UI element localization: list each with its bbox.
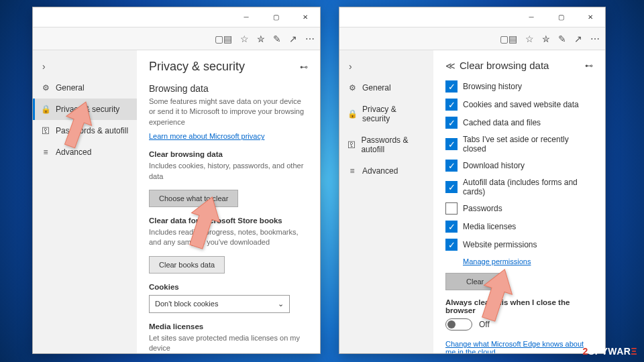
share-icon[interactable]: ↗ xyxy=(289,34,297,44)
checkbox[interactable]: ✓ xyxy=(445,99,458,111)
sidebar-item-advanced[interactable]: ≡Advanced xyxy=(339,160,433,182)
check-label: Media licenses xyxy=(463,222,516,231)
favorite-icon[interactable]: ☆ xyxy=(240,34,249,44)
check-row[interactable]: Passwords xyxy=(445,202,593,215)
reading-view-icon[interactable]: ▢▤ xyxy=(500,34,517,44)
checkbox[interactable]: ✓ xyxy=(445,80,458,93)
gear-icon: ⚙ xyxy=(347,83,357,93)
clear-button[interactable]: Clear xyxy=(445,273,504,290)
titlebar: ─ ▢ ✕ xyxy=(339,7,605,27)
more-icon[interactable]: ⋯ xyxy=(305,34,315,44)
sidebar-item-privacy[interactable]: 🔒Privacy & security xyxy=(33,99,137,120)
check-label: Website permissions xyxy=(463,240,537,249)
chevron-down-icon: ⌄ xyxy=(278,300,284,308)
pin-icon[interactable]: ⊷ xyxy=(300,62,308,72)
cookies-select[interactable]: Don't block cookies⌄ xyxy=(149,295,290,313)
check-row[interactable]: ✓Browsing history xyxy=(445,80,593,93)
sidebar-item-label: General xyxy=(362,83,391,93)
cloud-link[interactable]: Change what Microsoft Edge knows about m… xyxy=(445,340,593,353)
store-books-desc: Includes reading progress, notes, bookma… xyxy=(149,227,308,248)
checkbox[interactable]: ✓ xyxy=(445,117,458,129)
settings-window-right: ─ ▢ ✕ ▢▤ ☆ ✮ ✎ ↗ ⋯ › ⚙General 🔒Privacy &… xyxy=(339,7,606,354)
more-icon[interactable]: ⋯ xyxy=(590,34,600,44)
notes-icon[interactable]: ✎ xyxy=(273,34,281,44)
settings-window-left: ─ ▢ ✕ ▢▤ ☆ ✮ ✎ ↗ ⋯ › ⚙General 🔒Privacy &… xyxy=(32,7,321,354)
minimize-button[interactable]: ─ xyxy=(517,7,546,27)
content-area: › ⚙General 🔒Privacy & security ⚿Password… xyxy=(339,50,605,353)
checkbox[interactable]: ✓ xyxy=(445,221,458,233)
share-icon[interactable]: ↗ xyxy=(574,34,582,44)
sidebar-item-label: General xyxy=(56,83,85,93)
sidebar-item-general[interactable]: ⚙General xyxy=(33,77,137,99)
maximize-button[interactable]: ▢ xyxy=(546,7,576,27)
cookies-value: Don't block cookies xyxy=(155,300,218,308)
check-row[interactable]: ✓Download history xyxy=(445,160,593,172)
panel-title: Clear browsing data xyxy=(460,60,549,71)
check-label: Download history xyxy=(463,161,525,170)
close-button[interactable]: ✕ xyxy=(576,7,605,27)
store-books-title: Clear data for Microsoft Store books xyxy=(149,217,308,225)
back-arrow[interactable]: › xyxy=(339,56,433,77)
checkbox[interactable]: ✓ xyxy=(445,138,458,150)
sidebar-item-passwords[interactable]: ⚿Passwords & autofill xyxy=(339,129,433,160)
checkbox[interactable]: ✓ xyxy=(445,160,458,172)
check-label: Passwords xyxy=(463,204,502,213)
watermark: 2SPYWARΞ xyxy=(583,346,638,357)
sliders-icon: ≡ xyxy=(347,166,357,176)
key-icon: ⚿ xyxy=(41,126,50,135)
check-label: Cached data and files xyxy=(463,118,541,127)
sidebar-item-label: Advanced xyxy=(56,147,91,157)
check-label: Autofill data (includes forms and cards) xyxy=(463,178,593,196)
settings-sidebar: › ⚙General 🔒Privacy & security ⚿Password… xyxy=(33,50,137,353)
address-bar: ▢▤ ☆ ✮ ✎ ↗ ⋯ xyxy=(339,27,605,50)
always-clear-title: Always clear this when I close the brows… xyxy=(445,298,593,314)
media-desc: Let sites save protected media licenses … xyxy=(149,333,308,353)
sidebar-item-passwords[interactable]: ⚿Passwords & autofill xyxy=(33,120,137,141)
sidebar-item-general[interactable]: ⚙General xyxy=(339,77,433,99)
check-label: Tabs I've set aside or recently closed xyxy=(463,135,593,154)
pin-icon[interactable]: ⊷ xyxy=(585,61,593,70)
lock-icon: 🔒 xyxy=(41,105,50,114)
checkbox[interactable]: ✓ xyxy=(445,239,458,251)
check-row[interactable]: ✓Cookies and saved website data xyxy=(445,99,593,111)
sidebar-item-privacy[interactable]: 🔒Privacy & security xyxy=(339,99,433,129)
toggle-label: Off xyxy=(479,320,490,329)
always-clear-toggle[interactable] xyxy=(445,318,472,330)
titlebar: ─ ▢ ✕ xyxy=(33,7,320,27)
section-desc: Some features might save data on your de… xyxy=(149,97,308,127)
clear-data-desc: Includes cookies, history, passwords, an… xyxy=(149,161,308,182)
favorites-list-icon[interactable]: ✮ xyxy=(257,34,265,44)
check-row[interactable]: ✓Cached data and files xyxy=(445,117,593,129)
reading-view-icon[interactable]: ▢▤ xyxy=(215,34,232,44)
back-arrow[interactable]: › xyxy=(33,56,137,77)
clear-data-panel: ≪Clear browsing data ⊷ ✓Browsing history… xyxy=(433,50,605,353)
notes-icon[interactable]: ✎ xyxy=(558,34,566,44)
sidebar-item-label: Privacy & security xyxy=(56,105,119,114)
favorite-icon[interactable]: ☆ xyxy=(525,34,534,44)
settings-panel: Privacy & security ⊷ Browsing data Some … xyxy=(137,50,320,353)
sidebar-item-label: Privacy & security xyxy=(362,105,425,123)
check-row[interactable]: ✓Autofill data (includes forms and cards… xyxy=(445,178,593,196)
key-icon: ⚿ xyxy=(347,140,356,149)
manage-permissions-link[interactable]: Manage permissions xyxy=(463,257,531,265)
sidebar-item-advanced[interactable]: ≡Advanced xyxy=(33,141,137,163)
clear-books-button[interactable]: Clear books data xyxy=(149,256,225,274)
checkbox[interactable] xyxy=(445,202,458,215)
favorites-list-icon[interactable]: ✮ xyxy=(542,34,550,44)
minimize-button[interactable]: ─ xyxy=(231,7,261,27)
maximize-button[interactable]: ▢ xyxy=(261,7,290,27)
close-button[interactable]: ✕ xyxy=(290,7,320,27)
check-row[interactable]: ✓Tabs I've set aside or recently closed xyxy=(445,135,593,154)
checkbox[interactable]: ✓ xyxy=(445,181,458,193)
check-row[interactable]: ✓Media licenses xyxy=(445,221,593,233)
check-label: Browsing history xyxy=(463,82,522,91)
sliders-icon: ≡ xyxy=(41,147,50,157)
choose-clear-button[interactable]: Choose what to clear xyxy=(149,190,238,207)
gear-icon: ⚙ xyxy=(41,83,50,93)
check-row[interactable]: ✓Website permissions xyxy=(445,239,593,251)
media-title: Media licenses xyxy=(149,322,308,330)
check-label: Cookies and saved website data xyxy=(463,100,579,109)
back-chevron-icon[interactable]: ≪ xyxy=(445,60,455,71)
privacy-learn-link[interactable]: Learn more about Microsoft privacy xyxy=(149,132,264,140)
cookies-title: Cookies xyxy=(149,283,308,291)
